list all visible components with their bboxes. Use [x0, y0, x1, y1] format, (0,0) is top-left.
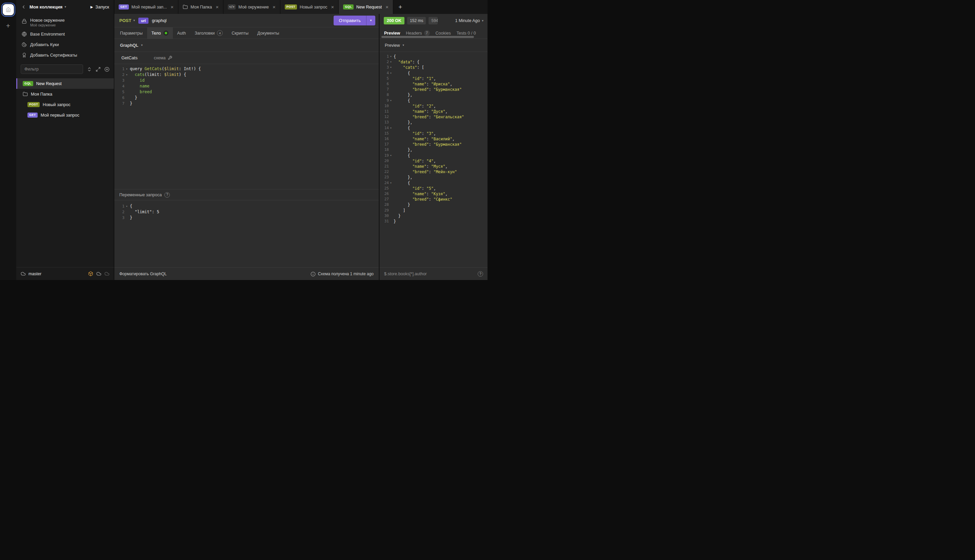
code-text: name — [129, 83, 150, 89]
fold-toggle-icon[interactable]: ▾ — [389, 59, 393, 65]
filter-help-icon[interactable]: ? — [478, 271, 483, 277]
code-line: 27 "breed": "Сфинкс" — [380, 197, 488, 202]
fold-toggle-icon[interactable]: ▾ — [389, 125, 393, 131]
close-icon[interactable]: × — [385, 4, 388, 10]
response-body-viewer[interactable]: 1▾{2▾ "data": {3▾ "cats": [4▾ {5 "id": "… — [380, 52, 488, 267]
code-text: { — [393, 125, 410, 131]
fold-toggle-icon — [389, 114, 393, 120]
sidebar-item-my-first-request[interactable]: GET Мой первый запрос — [16, 110, 114, 120]
tab-preview[interactable]: Preview — [384, 31, 400, 36]
close-icon[interactable]: × — [273, 4, 276, 10]
package-button[interactable] — [88, 271, 93, 276]
new-tab-button[interactable]: + — [393, 0, 407, 14]
response-filter-input[interactable] — [384, 272, 475, 276]
app-window: + Моя коллекция ▾ ▶ Запуск Новое окружен… — [0, 0, 488, 280]
fold-toggle-icon[interactable]: ▾ — [389, 65, 393, 70]
fold-toggle-icon — [389, 164, 393, 169]
tab-docs[interactable]: Документы — [253, 27, 283, 38]
tab-environment[interactable]: </> Моё окружение × — [223, 0, 280, 14]
fold-toggle-icon[interactable]: ▾ — [124, 203, 129, 209]
code-text: "name": "Кузя", — [393, 191, 447, 197]
operation-row: GetCats схема — [114, 52, 379, 64]
create-request-button[interactable] — [104, 67, 110, 72]
expand-all-button[interactable] — [96, 67, 101, 72]
tab-body[interactable]: Тело — [147, 27, 173, 38]
fold-toggle-icon — [124, 209, 129, 215]
fold-toggle-icon — [124, 83, 129, 89]
fold-toggle-icon[interactable]: ▾ — [389, 70, 393, 76]
add-certificates-item[interactable]: Добавить Сертификаты — [16, 50, 114, 60]
play-icon: ▶ — [90, 5, 93, 9]
branch-name[interactable]: master — [28, 272, 42, 276]
format-graphql-button[interactable]: Форматировать GraphQL — [119, 272, 167, 276]
tab-tests[interactable]: Tests 0 / 0 — [457, 31, 476, 36]
tab-label: Тело — [152, 31, 161, 36]
fold-toggle-icon — [389, 103, 393, 109]
tab-response-headers[interactable]: Headers 7 — [406, 30, 430, 36]
send-button[interactable]: Отправить — [333, 16, 366, 25]
fold-toggle-icon[interactable]: ▾ — [389, 98, 393, 103]
tab-my-first-request[interactable]: GET Мой первый зап... × — [114, 0, 178, 14]
fold-toggle-icon[interactable]: ▾ — [124, 72, 129, 78]
add-cookies-item[interactable]: Добавить Куки — [16, 39, 114, 50]
home-button[interactable] — [3, 4, 14, 15]
tab-new-request-active[interactable]: GQL New Request × — [339, 0, 393, 14]
body-set-indicator — [163, 30, 168, 36]
line-number: 28 — [380, 202, 389, 207]
body-type-dropdown[interactable]: GraphQL ▾ — [114, 39, 379, 52]
add-cookies-label: Добавить Куки — [30, 42, 59, 47]
tab-auth[interactable]: Auth — [173, 27, 190, 38]
expand-icon — [96, 67, 101, 72]
run-collection-button[interactable]: ▶ Запуск — [90, 4, 109, 10]
preview-mode-dropdown[interactable]: Preview ▾ — [380, 39, 488, 52]
tab-headers[interactable]: Заголовки 4 — [190, 27, 227, 38]
fold-toggle-icon[interactable]: ▾ — [389, 54, 393, 59]
sidebar-item-new-request[interactable]: GQL New Request — [16, 78, 114, 89]
line-number: 31 — [380, 218, 389, 224]
cloud-backup-button[interactable] — [104, 271, 110, 276]
cloud-sync-button[interactable] — [96, 271, 102, 276]
tab-folder[interactable]: Моя Папка × — [178, 0, 223, 14]
code-text: "name": "Василий", — [393, 136, 455, 142]
caret-down-icon: ▾ — [64, 5, 66, 8]
collection-menu[interactable]: Моя коллекция ▾ — [30, 4, 66, 10]
back-button[interactable] — [21, 4, 26, 10]
method-dropdown[interactable]: POST ▾ — [119, 18, 135, 23]
package-icon — [88, 271, 93, 276]
code-line: 4▾ { — [380, 70, 488, 76]
filter-input[interactable] — [21, 64, 83, 74]
sidebar-item-folder[interactable]: Моя Папка — [16, 89, 114, 99]
fold-toggle-icon[interactable]: ▾ — [389, 180, 393, 186]
code-text: { — [393, 180, 410, 186]
close-icon[interactable]: × — [216, 4, 219, 10]
schema-menu[interactable]: схема — [154, 56, 172, 60]
graphql-query-editor[interactable]: 1▾query GetCats($limit: Int!) {2▾ cats(l… — [114, 64, 379, 189]
close-icon[interactable]: × — [331, 4, 334, 10]
sort-button[interactable] — [87, 67, 92, 72]
send-options-button[interactable]: ▾ — [366, 16, 375, 25]
code-line: 8 }, — [380, 92, 488, 98]
tab-new-post-request[interactable]: POST Новый запрос × — [280, 0, 339, 14]
run-label: Запуск — [95, 4, 109, 10]
fold-toggle-icon[interactable]: ▾ — [389, 153, 393, 158]
add-workspace-button[interactable]: + — [6, 22, 10, 29]
caret-down-icon: ▾ — [402, 44, 404, 47]
sidebar-item-new-post-request[interactable]: POST Новый запрос — [16, 99, 114, 110]
code-text: "name": "Муся", — [393, 164, 447, 169]
tab-scripts[interactable]: Скрипты — [227, 27, 253, 38]
horizontal-scrollbar[interactable] — [382, 36, 474, 38]
url-input[interactable]: graphql — [152, 18, 167, 23]
close-icon[interactable]: × — [170, 4, 173, 10]
variables-editor[interactable]: 1▾{2 "limit": 53} — [114, 200, 379, 267]
help-icon[interactable]: ? — [164, 192, 170, 198]
env-item-active-environment[interactable]: Новое окружение Моё окружение — [16, 17, 114, 29]
tab-cookies[interactable]: Cookies — [436, 31, 451, 36]
fold-toggle-icon — [389, 87, 393, 92]
fold-toggle-icon[interactable]: ▾ — [124, 66, 129, 72]
response-history-dropdown[interactable]: 1 Minute Ago ▾ — [455, 18, 484, 23]
env-item-base-environment[interactable]: Base Environment — [16, 29, 114, 39]
code-line: 19▾ { — [380, 153, 488, 158]
tab-params[interactable]: Параметры — [116, 27, 147, 38]
method-badge-post: POST — [285, 4, 297, 10]
code-text: id — [129, 78, 144, 83]
